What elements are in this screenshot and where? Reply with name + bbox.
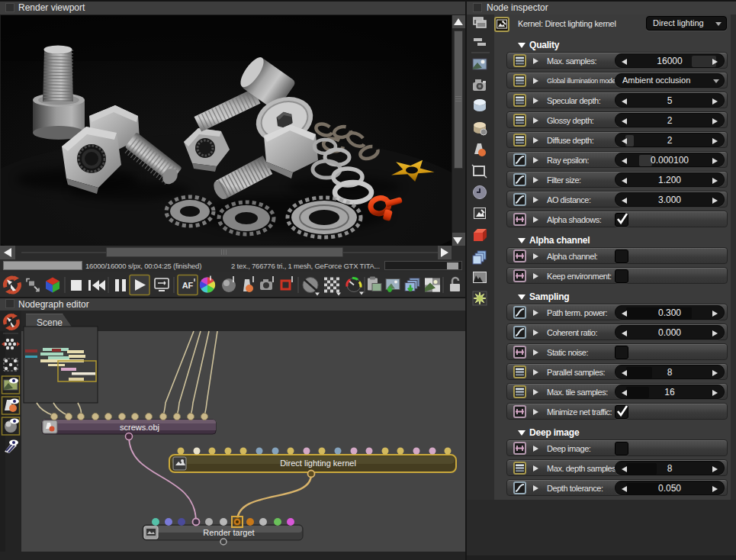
svg-text:Render target: Render target [203,528,254,537]
svg-text:Direct lighting kernel: Direct lighting kernel [280,459,356,468]
svg-text:AF: AF [182,281,194,290]
svg-text:screws.obj: screws.obj [120,423,159,432]
